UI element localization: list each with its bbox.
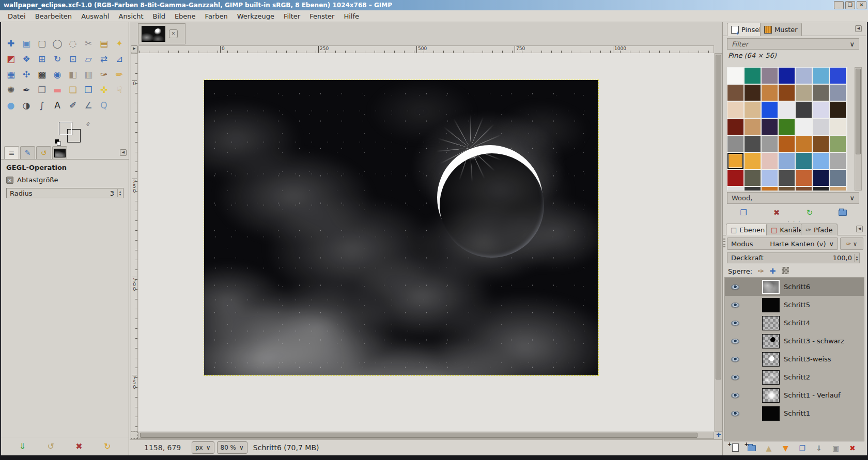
pattern-swatch-40[interactable] (813, 153, 829, 169)
pattern-swatch-29[interactable] (745, 136, 761, 152)
pattern-swatch-0[interactable] (727, 68, 743, 84)
tab-image-thumbnail[interactable] (52, 146, 67, 159)
tab-ebenen[interactable]: ▤Ebenen (726, 224, 769, 235)
lock-position-toggle[interactable]: ✚ (770, 267, 776, 275)
layer-thumbnail[interactable] (762, 406, 780, 421)
canvas-image[interactable] (204, 80, 598, 375)
layer-row-schritt4[interactable]: Schritt4 (725, 314, 864, 332)
pattern-filter-input[interactable]: Filter ∨ (727, 38, 859, 50)
airbrush-tool-icon[interactable]: ✺ (4, 83, 18, 97)
pattern-name-dropdown[interactable]: Wood, ∨ (727, 192, 859, 204)
dodge-burn-tool-icon[interactable]: ◑ (20, 99, 33, 112)
visibility-eye-icon[interactable] (731, 339, 739, 344)
pattern-swatch-47[interactable] (813, 170, 829, 186)
image-tab-close-icon[interactable]: ✕ (169, 29, 178, 38)
foreground-select-tool-icon[interactable]: ▤ (97, 37, 111, 50)
opacity-slider[interactable]: Deckkraft 100,0 ▴▾ (727, 252, 860, 263)
pattern-swatch-14[interactable] (727, 102, 743, 118)
stamp-tool-icon[interactable]: ❏ (66, 83, 80, 97)
ink-tool-icon[interactable]: ✒ (20, 83, 33, 97)
reset-colors-icon[interactable] (55, 139, 61, 146)
restore-tool-preset-button[interactable]: ↺ (44, 441, 57, 451)
image-tab[interactable]: ✕ (138, 23, 185, 44)
horizontal-ruler[interactable]: 02505007501000 (138, 45, 714, 53)
rectangle-select-tool-icon[interactable]: ▢ (35, 37, 49, 50)
new-layer-button[interactable]: + (729, 443, 741, 453)
menu-fenster[interactable]: Fenster (305, 11, 339, 22)
quick-mask-toggle[interactable] (131, 432, 138, 439)
menu-farben[interactable]: Farben (200, 11, 233, 22)
ruler-corner-button[interactable]: ▶ (131, 45, 138, 53)
remove-option-icon[interactable]: ✕ (6, 177, 13, 184)
delete-pattern-button[interactable]: ✖ (770, 208, 783, 217)
layer-row-schritt2[interactable]: Schritt2 (725, 368, 864, 386)
heal-tool-icon[interactable]: ✜ (97, 83, 111, 97)
pattern-swatch-49[interactable] (727, 187, 743, 191)
paintbrush-tool-icon[interactable]: ✑ (97, 68, 111, 81)
pattern-swatch-6[interactable] (830, 68, 846, 84)
lock-pixels-toggle[interactable]: ✑ (758, 267, 764, 275)
canvas-horizontal-scrollbar[interactable] (138, 432, 714, 439)
pattern-swatch-11[interactable] (796, 85, 812, 101)
merge-down-button[interactable]: ⇓ (813, 444, 825, 452)
reset-tool-preset-button[interactable]: ↻ (101, 441, 114, 451)
pattern-swatch-28[interactable] (727, 136, 743, 152)
delete-layer-button[interactable]: ✖ (846, 444, 859, 452)
paths-tool-icon[interactable]: ∫ (35, 99, 49, 112)
minimize-button[interactable]: _ (834, 1, 844, 9)
perspective-grid-tool-icon[interactable]: ▦ (4, 68, 18, 81)
pattern-swatch-33[interactable] (813, 136, 829, 152)
pattern-swatch-5[interactable] (813, 68, 829, 84)
pattern-swatch-25[interactable] (796, 119, 812, 135)
ellipse-select-tool-icon[interactable]: ◯ (51, 37, 64, 50)
pattern-swatch-35[interactable] (727, 153, 743, 169)
pattern-swatch-10[interactable] (779, 85, 795, 101)
patterns-menu-button[interactable]: ◀ (855, 25, 862, 32)
zoom-tool-icon[interactable]: Q (97, 99, 111, 112)
swap-colors-icon[interactable]: ⇄ (84, 120, 91, 128)
pattern-swatch-22[interactable] (745, 119, 761, 135)
menu-datei[interactable]: Datei (3, 11, 30, 22)
pattern-swatch-26[interactable] (813, 119, 829, 135)
unit-dropdown[interactable]: px∨ (192, 441, 214, 454)
pattern-swatch-36[interactable] (745, 153, 761, 169)
gradient-tool-icon[interactable]: ▥ (82, 68, 95, 81)
raise-layer-button[interactable]: ▲ (763, 444, 775, 452)
pattern-swatch-4[interactable] (796, 68, 812, 84)
pattern-swatch-55[interactable] (830, 187, 846, 191)
pattern-swatch-8[interactable] (745, 85, 761, 101)
layer-thumbnail[interactable] (762, 298, 780, 312)
tab-pinsel[interactable]: Pinsel (727, 23, 765, 36)
tool-options-menu-button[interactable]: ◀ (120, 149, 127, 156)
pattern-swatch-24[interactable] (779, 119, 795, 135)
layer-row-schritt5[interactable]: Schritt5 (725, 296, 864, 314)
pattern-swatch-45[interactable] (779, 170, 795, 186)
menu-filter[interactable]: Filter (279, 11, 305, 22)
opacity-spinner[interactable]: ▴▾ (854, 254, 859, 262)
pattern-swatch-50[interactable] (745, 187, 761, 191)
pattern-swatch-23[interactable] (762, 119, 778, 135)
new-group-button[interactable]: + (746, 443, 758, 453)
pattern-swatch-12[interactable] (813, 85, 829, 101)
canvas-vertical-scrollbar[interactable] (715, 53, 722, 432)
visibility-eye-icon[interactable] (731, 411, 739, 416)
pattern-swatch-54[interactable] (813, 187, 829, 191)
titlebar[interactable]: wallpaper_eclipse.xcf-1.0 (RGB-Farben 8-… (0, 0, 868, 10)
pattern-swatch-18[interactable] (796, 102, 812, 118)
menu-ansicht[interactable]: Ansicht (114, 11, 148, 22)
flip-tool-icon[interactable]: ⇄ (97, 52, 111, 66)
eraser-tool-icon[interactable]: ▬ (51, 83, 64, 97)
visibility-eye-icon[interactable] (731, 375, 739, 380)
measure-tool-icon[interactable]: ∠ (82, 99, 95, 112)
navigation-button[interactable]: ✚ (715, 432, 722, 439)
pattern-swatch-43[interactable] (745, 170, 761, 186)
menu-hilfe[interactable]: Hilfe (339, 11, 364, 22)
pattern-swatch-48[interactable] (830, 170, 846, 186)
pattern-swatch-19[interactable] (813, 102, 829, 118)
pattern-swatch-3[interactable] (779, 68, 795, 84)
layer-row-schritt1[interactable]: Schritt1 (725, 404, 864, 422)
handle-transform-tool-icon[interactable]: ◉ (51, 68, 64, 81)
menu-bild[interactable]: Bild (148, 11, 170, 22)
visibility-eye-icon[interactable] (731, 303, 739, 308)
layer-thumbnail[interactable] (762, 352, 780, 367)
